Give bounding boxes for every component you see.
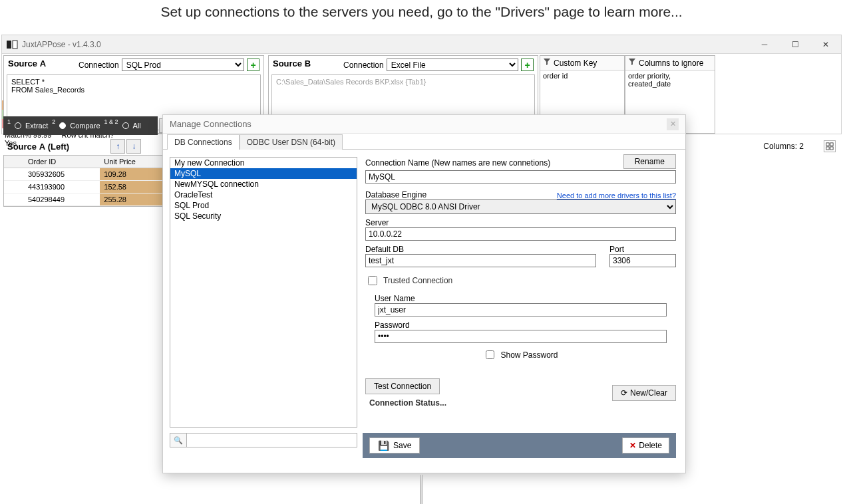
connection-list-item[interactable]: SQL Security [170, 211, 357, 221]
manage-connections-dialog: Manage Connections ✕ DB Connections ODBC… [162, 114, 686, 473]
port-label: Port [609, 245, 676, 254]
filter-icon [628, 58, 636, 68]
test-connection-button[interactable]: Test Connection [365, 378, 440, 394]
filter-icon [543, 58, 551, 68]
table-header[interactable]: Order ID [24, 156, 100, 168]
source-b-conn-label: Connection [343, 61, 384, 70]
move-up-button[interactable]: ↑ [110, 139, 125, 154]
delete-button[interactable]: ✕ Delete [622, 438, 669, 453]
connection-search-input[interactable] [187, 433, 357, 447]
refresh-icon: ⟳ [621, 388, 627, 398]
server-label: Server [365, 218, 676, 227]
dialog-bottom-bar: 💾 Save ✕ Delete [363, 433, 676, 458]
app-title: JuxtAPPose - v1.4.3.0 [22, 40, 101, 49]
engine-label: Database Engine [365, 190, 426, 199]
radio-extract[interactable] [15, 122, 21, 129]
svg-rect-4 [826, 147, 829, 150]
new-clear-button[interactable]: ⟳ New/Clear [612, 385, 676, 401]
window-close[interactable]: ✕ [810, 35, 841, 54]
user-label: User Name [375, 294, 667, 303]
radio-all[interactable] [122, 122, 129, 129]
tab-db-connections[interactable]: DB Connections [167, 134, 240, 150]
plus-icon: + [250, 61, 255, 69]
connection-list-item[interactable]: MySQL [170, 168, 357, 179]
db-label: Default DB [365, 245, 596, 254]
app-icon [6, 39, 18, 51]
instruction-text: Set up connections to the servers you ne… [0, 4, 843, 20]
plus-icon: + [524, 61, 530, 69]
custom-key-header: Custom Key [554, 59, 597, 68]
conn-name-input[interactable] [365, 170, 676, 184]
dialog-close[interactable]: ✕ [667, 118, 679, 130]
move-down-button[interactable]: ↓ [126, 139, 141, 154]
connection-list[interactable]: My new ConnectionMySQLNewMYSQL connectio… [170, 157, 357, 428]
mode-strip: 1 Extract 2 Compare 1 & 2 All [3, 116, 158, 135]
svg-rect-2 [826, 143, 829, 146]
pw-input[interactable] [375, 330, 667, 343]
source-a-conn-label: Connection [79, 61, 119, 70]
pw-label: Password [375, 320, 667, 330]
source-a-left-title: Source A (Left) [3, 142, 69, 152]
save-button[interactable]: 💾 Save [369, 438, 420, 453]
layout-icon[interactable] [824, 140, 836, 152]
connection-list-item[interactable]: NewMYSQL connection [170, 179, 357, 189]
connection-list-item[interactable]: OracleTest [170, 189, 357, 200]
drivers-link[interactable]: Need to add more drivers to this list? [557, 191, 676, 199]
table-row[interactable]: 443193900152.58 [4, 181, 168, 193]
pane-divider[interactable] [420, 475, 422, 504]
connection-list-item[interactable]: SQL Prod [170, 200, 357, 211]
window-minimize[interactable]: ─ [749, 35, 780, 54]
trusted-checkbox[interactable] [368, 276, 377, 285]
ignore-value[interactable]: order priority, created_date [625, 70, 715, 89]
svg-rect-5 [830, 147, 833, 150]
source-a-add-conn[interactable]: + [247, 59, 259, 71]
connection-status: Connection Status... [369, 398, 446, 408]
trusted-checkbox-row[interactable]: Trusted Connection [365, 274, 676, 287]
data-table: Order IDUnit Price 305932605109.28443193… [3, 155, 168, 207]
tab-odbc-dsn[interactable]: ODBC User DSN (64-bit) [240, 134, 343, 150]
table-row[interactable]: 305932605109.28 [4, 168, 168, 181]
table-row[interactable]: 540298449255.28 [4, 193, 168, 206]
custom-key-value[interactable]: order id [540, 70, 624, 81]
server-input[interactable] [365, 227, 676, 241]
save-icon: 💾 [378, 440, 389, 451]
table-header[interactable]: Unit Price [100, 156, 168, 168]
connection-list-item[interactable]: My new Connection [170, 158, 357, 168]
title-bar: JuxtAPPose - v1.4.3.0 ─ ☐ ✕ [2, 35, 841, 54]
ignore-header: Columns to ignore [639, 59, 703, 68]
user-input[interactable] [375, 303, 667, 316]
delete-icon: ✕ [629, 441, 636, 450]
table-header[interactable] [4, 156, 24, 168]
source-b-add-conn[interactable]: + [521, 59, 534, 71]
port-input[interactable] [609, 254, 676, 267]
radio-compare[interactable] [59, 122, 66, 129]
db-input[interactable] [365, 254, 596, 267]
svg-rect-1 [13, 41, 17, 49]
engine-select[interactable]: MySQL ODBC 8.0 ANSI Driver [365, 199, 676, 214]
dialog-title: Manage Connections [170, 119, 252, 129]
svg-rect-0 [7, 41, 11, 49]
search-icon: 🔍 [170, 433, 187, 447]
source-b-conn-select[interactable]: Excel File [387, 59, 518, 71]
show-pw-checkbox[interactable] [486, 350, 494, 359]
window-maximize[interactable]: ☐ [780, 35, 810, 54]
columns-count: Columns: 2 [763, 142, 804, 151]
source-a-conn-select[interactable]: SQL Prod [122, 59, 244, 71]
svg-rect-3 [830, 143, 833, 146]
rename-button[interactable]: Rename [623, 154, 676, 169]
